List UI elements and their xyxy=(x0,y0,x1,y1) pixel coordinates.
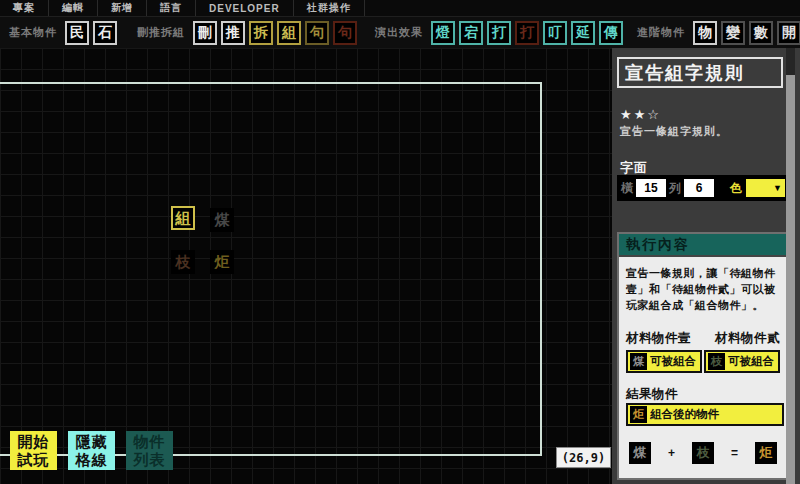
plus-sign: + xyxy=(668,446,675,460)
start-playtest-line2: 試玩 xyxy=(18,451,50,469)
branch-tile-icon: 枝 xyxy=(708,353,725,370)
group-label-effects: 演出效果 xyxy=(375,25,423,40)
menu-item-language[interactable]: 語言 xyxy=(147,0,196,16)
equation-torch-tile: 炬 xyxy=(755,442,777,464)
tile-button-push[interactable]: 推 xyxy=(221,21,245,45)
start-playtest-button[interactable]: 開始 試玩 xyxy=(10,431,57,470)
difficulty-stars: ★★☆ xyxy=(620,107,661,122)
start-playtest-line1: 開始 xyxy=(18,433,50,451)
equals-sign: = xyxy=(731,446,738,460)
execution-content-panel: 執行內容 宣告一條規則，讓「待組物件壹」和「待組物件貳」可以被玩家組合成「組合物… xyxy=(617,232,789,480)
canvas-tile-branch[interactable]: 枝 xyxy=(171,250,195,274)
editor-window: 專案 編輯 新增 語言 DEVELOPER 社群操作 基本物件 民 石 刪推拆組… xyxy=(0,0,800,484)
tile-button-dang[interactable]: 宕 xyxy=(459,21,483,45)
material-two-slot[interactable]: 枝 可被組合 xyxy=(704,350,780,373)
hide-gridlines-button[interactable]: 隱藏 格線 xyxy=(68,431,115,470)
hide-gridlines-line1: 隱藏 xyxy=(76,433,108,451)
execution-content-header: 執行內容 xyxy=(619,234,787,257)
rows-label: 列 xyxy=(669,180,681,197)
columns-input[interactable]: 15 xyxy=(636,179,666,197)
rows-input[interactable]: 6 xyxy=(684,179,714,197)
face-dimensions-bar: 橫 15 列 6 色 ▼ xyxy=(617,175,789,201)
tile-button-sentence-2[interactable]: 句 xyxy=(333,21,357,45)
cursor-coordinate-readout: (26,9) xyxy=(556,447,611,468)
tile-button-stone[interactable]: 石 xyxy=(93,21,117,45)
canvas-tile-group-selected[interactable]: 組 xyxy=(171,206,195,230)
tile-button-variable[interactable]: 變 xyxy=(721,21,745,45)
menu-item-community[interactable]: 社群操作 xyxy=(294,0,365,16)
result-object-slot[interactable]: 炬 組合後的物件 xyxy=(626,403,784,426)
menu-item-project[interactable]: 專案 xyxy=(0,0,49,16)
result-object-text: 組合後的物件 xyxy=(650,407,719,422)
tile-button-sentence-1[interactable]: 句 xyxy=(305,21,329,45)
rule-description: 宣告一條規則，讓「待組物件壹」和「待組物件貳」可以被玩家組合成「組合物件」。 xyxy=(626,265,780,313)
menu-item-edit[interactable]: 編輯 xyxy=(49,0,98,16)
material-one-slot[interactable]: 煤 可被組合 xyxy=(626,350,702,373)
object-list-line2: 列表 xyxy=(134,451,166,469)
tile-button-object[interactable]: 物 xyxy=(693,21,717,45)
color-label: 色 xyxy=(730,180,742,197)
level-boundary xyxy=(0,82,542,456)
equation-coal-tile: 煤 xyxy=(629,442,651,464)
menu-item-developer[interactable]: DEVELOPER xyxy=(196,0,294,16)
menu-bar: 專案 編輯 新增 語言 DEVELOPER 社群操作 xyxy=(0,0,800,17)
canvas-tile-coal[interactable]: 煤 xyxy=(210,208,234,232)
columns-label: 橫 xyxy=(621,180,633,197)
group-label-verbs: 刪推拆組 xyxy=(137,25,185,40)
material-two-text: 可被組合 xyxy=(728,354,774,369)
rule-properties-panel: 宣告組字規則 ★★☆ 宣告一條組字規則。 字面 橫 15 列 6 色 ▼ 執行內… xyxy=(612,48,800,484)
canvas-tile-torch[interactable]: 炬 xyxy=(210,250,234,274)
material-two-label: 材料物件貳 xyxy=(715,330,780,347)
tile-button-hit[interactable]: 打 xyxy=(487,21,511,45)
tile-button-lamp[interactable]: 燈 xyxy=(431,21,455,45)
level-canvas[interactable]: 組 煤 枝 炬 開始 試玩 隱藏 格線 物件 列表 (26,9) xyxy=(0,48,612,484)
material-one-text: 可被組合 xyxy=(650,354,696,369)
equation-branch-tile: 枝 xyxy=(692,442,714,464)
tile-button-break[interactable]: 拆 xyxy=(249,21,273,45)
panel-scrollbar-thumb[interactable] xyxy=(786,75,795,484)
coal-tile-icon: 煤 xyxy=(630,353,647,370)
object-list-button[interactable]: 物件 列表 xyxy=(126,431,173,470)
tile-button-ding[interactable]: 叮 xyxy=(543,21,567,45)
menu-item-new[interactable]: 新增 xyxy=(98,0,147,16)
combination-equation: 煤 + 枝 = 炬 xyxy=(626,442,780,464)
tile-button-transmit[interactable]: 傳 xyxy=(599,21,623,45)
tile-toolbar: 基本物件 民 石 刪推拆組 刪 推 拆 組 句 句 演出效果 燈 宕 打 打 叮… xyxy=(0,17,800,48)
rule-subtitle: 宣告一條組字規則。 xyxy=(620,124,728,139)
tile-button-delete[interactable]: 刪 xyxy=(193,21,217,45)
material-one-label: 材料物件壹 xyxy=(626,330,691,347)
tile-button-number[interactable]: 數 xyxy=(749,21,773,45)
result-object-label: 結果物件 xyxy=(626,386,780,403)
tile-button-group[interactable]: 組 xyxy=(277,21,301,45)
rule-title: 宣告組字規則 xyxy=(617,57,783,88)
execution-content-body: 宣告一條規則，讓「待組物件壹」和「待組物件貳」可以被玩家組合成「組合物件」。 材… xyxy=(619,257,787,472)
group-label-basic-objects: 基本物件 xyxy=(9,25,57,40)
tile-button-min[interactable]: 民 xyxy=(65,21,89,45)
chevron-down-icon: ▼ xyxy=(773,183,782,193)
torch-tile-icon: 炬 xyxy=(630,406,647,423)
color-dropdown[interactable]: ▼ xyxy=(746,179,785,197)
tile-button-hit-dim[interactable]: 打 xyxy=(515,21,539,45)
tile-button-delay[interactable]: 延 xyxy=(571,21,595,45)
tile-button-open[interactable]: 開 xyxy=(777,21,800,45)
hide-gridlines-line2: 格線 xyxy=(76,451,108,469)
group-label-advanced: 進階物件 xyxy=(637,25,685,40)
object-list-line1: 物件 xyxy=(134,433,166,451)
